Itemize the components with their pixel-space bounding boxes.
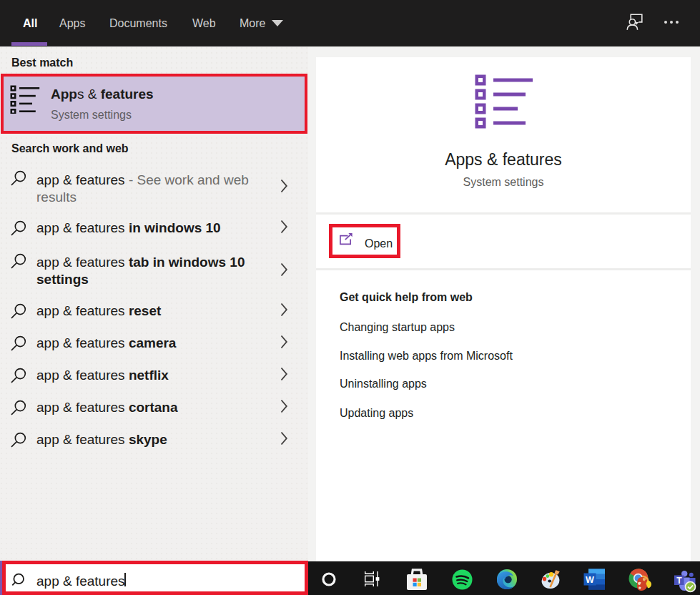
- svg-text:W: W: [586, 575, 594, 585]
- svg-text:T: T: [676, 576, 682, 586]
